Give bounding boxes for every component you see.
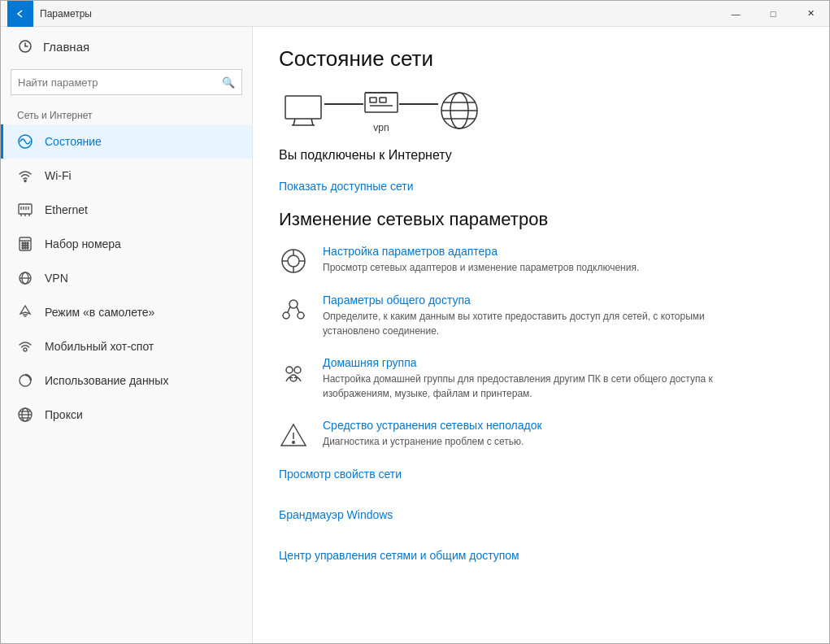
adapter-text: Настройка параметров адаптера Просмотр с… <box>323 245 639 275</box>
sidebar-item-hotspot-label: Мобильный хот-спот <box>45 340 154 353</box>
settings-item-adapter: Настройка параметров адаптера Просмотр с… <box>279 245 803 276</box>
sidebar-item-proxy[interactable]: Прокси <box>1 398 252 432</box>
network-diagram: vpn <box>282 88 803 133</box>
sidebar-item-ethernet[interactable]: Ethernet <box>1 193 252 227</box>
troubleshoot-desc: Диагностика и устранение проблем с сетью… <box>323 434 542 449</box>
search-icon: 🔍 <box>222 76 235 89</box>
change-settings-title: Изменение сетевых параметров <box>279 209 803 230</box>
homegroup-title[interactable]: Домашняя группа <box>323 356 745 369</box>
settings-item-troubleshoot: Средство устранения сетевых неполадок Ди… <box>279 419 803 450</box>
airplane-icon <box>17 304 33 320</box>
datausage-icon <box>17 372 33 389</box>
network-center-link[interactable]: Центр управления сетями и общим доступом <box>279 549 803 562</box>
hotspot-icon <box>17 338 33 355</box>
homegroup-desc: Настройка домашней группы для предоставл… <box>323 372 745 401</box>
net-line-1 <box>324 103 363 105</box>
firewall-link[interactable]: Брандмауэр Windows <box>279 508 803 521</box>
sidebar-item-status[interactable]: Состояние <box>1 124 252 159</box>
titlebar-left: Параметры <box>7 1 92 27</box>
svg-point-18 <box>27 245 28 246</box>
svg-point-60 <box>294 367 301 373</box>
svg-point-61 <box>290 375 297 381</box>
content-area: Состояние сети <box>253 27 829 643</box>
sharing-title[interactable]: Параметры общего доступа <box>323 294 745 307</box>
sidebar-category: Сеть и Интернет <box>1 105 252 124</box>
vpn-box-icon: vpn <box>363 88 399 133</box>
svg-point-64 <box>293 442 294 443</box>
sidebar-item-vpn-label: VPN <box>45 272 68 285</box>
dialup-icon <box>17 236 33 252</box>
svg-point-14 <box>24 242 26 244</box>
troubleshoot-icon <box>279 420 308 450</box>
sidebar-item-proxy-label: Прокси <box>45 408 83 421</box>
minimize-button[interactable]: — <box>717 1 754 27</box>
svg-point-16 <box>22 245 24 246</box>
svg-rect-34 <box>285 96 321 119</box>
adapter-title[interactable]: Настройка параметров адаптера <box>323 245 639 258</box>
sidebar-item-status-label: Состояние <box>45 135 102 148</box>
sidebar-item-ethernet-label: Ethernet <box>45 203 88 216</box>
close-button[interactable]: ✕ <box>792 1 829 27</box>
maximize-button[interactable]: □ <box>754 1 792 27</box>
sidebar-item-dialup-label: Набор номера <box>45 237 121 250</box>
svg-point-21 <box>27 247 28 249</box>
home-label: Главная <box>43 40 89 54</box>
homegroup-icon <box>279 358 308 387</box>
svg-rect-40 <box>370 98 376 102</box>
sharing-desc: Определите, к каким данным вы хотите пре… <box>323 309 745 338</box>
main-window: Параметры — □ ✕ Главная <box>0 0 830 644</box>
home-icon <box>17 38 33 54</box>
svg-point-20 <box>24 247 26 249</box>
svg-point-17 <box>24 245 26 246</box>
bottom-links: Просмотр свойств сети Брандмауэр Windows… <box>279 468 803 578</box>
proxy-icon <box>17 407 33 423</box>
ethernet-icon <box>17 202 33 218</box>
sidebar-home[interactable]: Главная <box>1 30 252 63</box>
troubleshoot-title[interactable]: Средство устранения сетевых неполадок <box>323 419 542 432</box>
status-icon <box>17 133 33 150</box>
troubleshoot-text: Средство устранения сетевых неполадок Ди… <box>323 419 542 449</box>
sidebar: Главная 🔍 Сеть и Интернет Состояние <box>1 27 253 643</box>
svg-rect-41 <box>380 98 386 102</box>
svg-point-27 <box>24 348 27 351</box>
svg-point-2 <box>24 181 26 182</box>
sidebar-item-hotspot[interactable]: Мобильный хот-спот <box>1 329 252 363</box>
net-line-2 <box>399 103 438 105</box>
sidebar-item-airplane-label: Режим «в самолете» <box>45 306 154 319</box>
svg-point-15 <box>27 242 28 244</box>
titlebar: Параметры — □ ✕ <box>1 1 829 27</box>
sidebar-item-airplane[interactable]: Режим «в самолете» <box>1 295 252 329</box>
window-title: Параметры <box>40 8 92 20</box>
sidebar-item-datausage[interactable]: Использование данных <box>1 363 252 398</box>
svg-point-19 <box>22 247 24 249</box>
svg-point-49 <box>288 255 299 267</box>
svg-point-13 <box>22 242 24 244</box>
sidebar-item-datausage-label: Использование данных <box>45 374 168 387</box>
globe-icon <box>438 89 480 132</box>
vpn-icon <box>17 270 33 286</box>
search-input[interactable] <box>18 76 222 89</box>
window-controls: — □ ✕ <box>717 1 829 27</box>
sidebar-item-dialup[interactable]: Набор номера <box>1 227 252 261</box>
svg-line-36 <box>311 119 313 125</box>
show-networks-link[interactable]: Показать доступные сети <box>279 180 414 193</box>
sharing-icon <box>279 295 308 324</box>
settings-item-sharing: Параметры общего доступа Определите, к к… <box>279 294 803 338</box>
sidebar-item-wifi[interactable]: Wi-Fi <box>1 159 252 193</box>
sharing-text: Параметры общего доступа Определите, к к… <box>323 294 745 338</box>
connection-status: Вы подключены к Интернету <box>279 148 803 163</box>
search-box: 🔍 <box>11 69 242 95</box>
homegroup-text: Домашняя группа Настройка домашней групп… <box>323 356 745 401</box>
back-button[interactable] <box>7 1 33 27</box>
network-properties-link[interactable]: Просмотр свойств сети <box>279 468 803 481</box>
sidebar-item-vpn[interactable]: VPN <box>1 261 252 295</box>
svg-line-35 <box>293 119 295 125</box>
svg-point-55 <box>283 312 289 319</box>
settings-item-homegroup: Домашняя группа Настройка домашней групп… <box>279 356 803 401</box>
sidebar-item-wifi-label: Wi-Fi <box>45 169 72 182</box>
svg-line-58 <box>297 307 299 312</box>
wifi-icon <box>17 168 33 184</box>
svg-point-59 <box>286 367 293 373</box>
svg-line-57 <box>288 307 290 312</box>
vpn-label: vpn <box>373 122 389 133</box>
